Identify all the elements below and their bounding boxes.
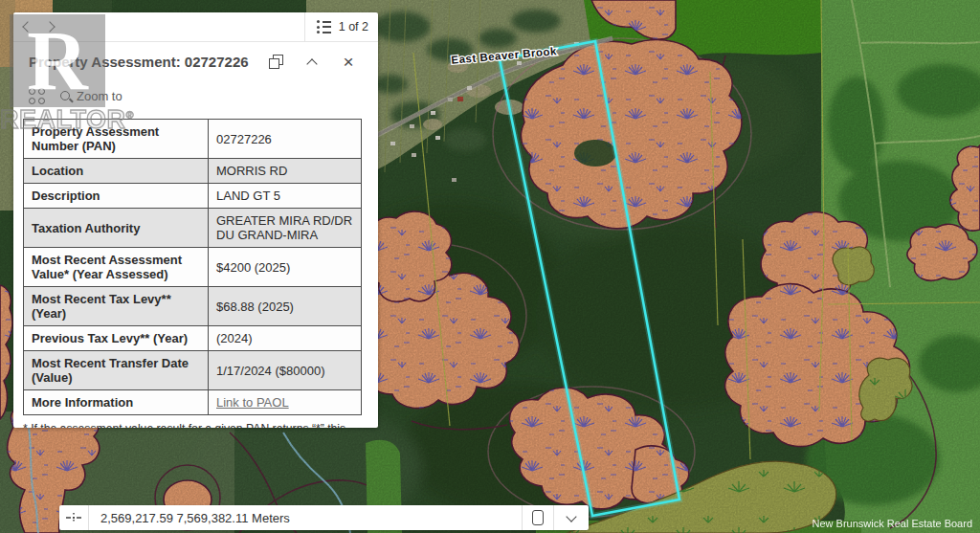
dock-icon (269, 55, 283, 69)
attr-value: Link to PAOL (209, 390, 362, 415)
attr-value: 1/17/2024 ($80000) (209, 351, 362, 390)
table-row: Taxation AuthorityGREATER MIRA RD/DR DU … (24, 209, 362, 248)
attr-value: 02727226 (209, 120, 362, 159)
feature-pagination-bar: 1 of 2 (13, 12, 378, 42)
attr-value: LAND GT 5 (209, 184, 362, 209)
close-icon: × (343, 53, 353, 71)
attr-label: Location (24, 159, 209, 184)
mobile-view-button[interactable] (523, 505, 553, 530)
attr-value: $68.88 (2025) (209, 287, 362, 326)
feature-list-icon[interactable] (317, 20, 331, 33)
table-row: Most Recent Transfer Date (Value)1/17/20… (24, 351, 362, 390)
device-icon (532, 510, 544, 525)
attr-label: Previous Tax Levy** (Year) (24, 326, 209, 351)
zoom-to-label: Zoom to (77, 89, 122, 103)
chevron-right-icon (44, 21, 55, 32)
feature-symbol-icon (29, 88, 45, 104)
zoom-to-button[interactable]: Zoom to (60, 89, 122, 103)
expand-coordinates-button[interactable] (554, 505, 589, 530)
attr-label: Most Recent Transfer Date (Value) (24, 351, 209, 390)
dock-button[interactable] (257, 42, 294, 81)
close-button[interactable]: × (330, 42, 367, 81)
table-row: Property Assessment Number (PAN)02727226 (24, 120, 362, 159)
attr-label: More Information (24, 390, 209, 415)
next-feature-button[interactable] (38, 12, 63, 41)
map-attribution: New Brunswick Real Estate Board (812, 518, 972, 529)
attr-value: GREATER MIRA RD/DR DU GRAND-MIRA (209, 209, 362, 248)
attr-value: $4200 (2025) (209, 248, 362, 287)
coordinates-readout: 2,569,217.59 7,569,382.11 Meters (89, 511, 522, 525)
pagination-label: 1 of 2 (339, 20, 368, 33)
attr-label: Most Recent Assessment Value* (Year Asse… (24, 248, 209, 287)
attr-value: (2024) (209, 326, 362, 351)
table-row: Previous Tax Levy** (Year)(2024) (24, 326, 362, 351)
attr-label: Property Assessment Number (PAN) (24, 120, 209, 159)
attribute-table: Property Assessment Number (PAN)02727226… (23, 119, 362, 415)
previous-feature-button[interactable] (13, 12, 38, 41)
map-application: East Beaver Brook New Brunswick Real Est… (0, 0, 980, 533)
popup-actions: Zoom to (13, 81, 378, 110)
paol-link[interactable]: Link to PAOL (216, 395, 289, 410)
assessment-footnote: * If the assessment value result for a g… (23, 421, 368, 428)
table-row: LocationMORRIS RD (24, 159, 362, 184)
table-row: More InformationLink to PAOL (24, 390, 362, 415)
chevron-left-icon (22, 21, 33, 32)
collapse-button[interactable] (294, 42, 330, 81)
crosshair-icon (66, 510, 81, 525)
popup-title: Property Assessment: 02727226 (29, 54, 257, 70)
attr-label: Taxation Authority (24, 209, 209, 248)
property-assessment-popup: 1 of 2 Property Assessment: 02727226 × Z… (13, 12, 378, 428)
coordinate-bar: 2,569,217.59 7,569,382.11 Meters (59, 505, 589, 530)
magnifier-icon (60, 91, 70, 100)
popup-header: Property Assessment: 02727226 × (13, 42, 378, 81)
attr-label: Description (24, 184, 209, 209)
table-row: Most Recent Assessment Value* (Year Asse… (24, 248, 362, 287)
table-row: Most Recent Tax Levy** (Year)$68.88 (202… (24, 287, 362, 326)
crosshair-button[interactable] (59, 505, 89, 530)
table-row: DescriptionLAND GT 5 (24, 184, 362, 209)
attr-label: Most Recent Tax Levy** (Year) (24, 287, 209, 326)
chevron-down-icon (566, 511, 576, 522)
attr-value: MORRIS RD (209, 159, 362, 184)
chevron-up-icon (306, 58, 317, 69)
